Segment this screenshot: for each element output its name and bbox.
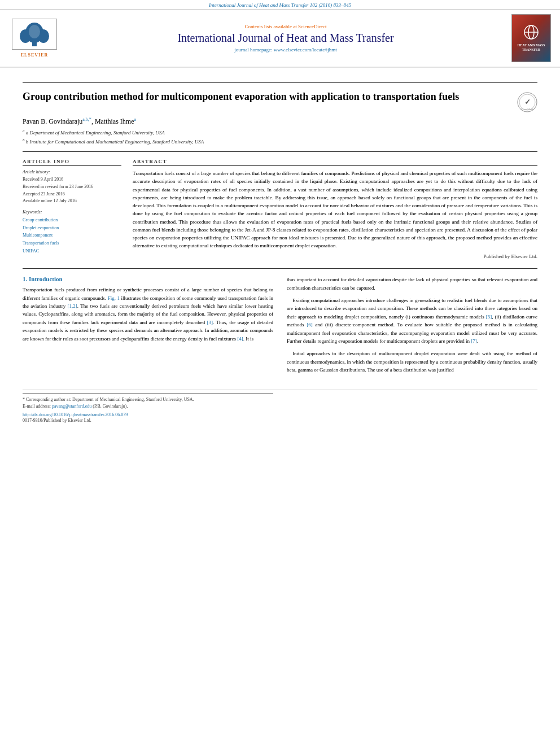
affiliation-b: b b Institute for Computational and Math…	[23, 137, 537, 146]
keyword-3: Multicomponent	[23, 231, 121, 239]
contents-prefix: Contents lists available at	[245, 24, 298, 29]
right-para2: Existing computational approaches introd…	[287, 296, 537, 345]
ref-7: [7]	[471, 338, 477, 344]
article-info-col: ARTICLE INFO Article history: Received 9…	[23, 159, 121, 259]
history-revised: Received in revised form 23 June 2016	[23, 184, 121, 191]
footnotes-col: * Corresponding author at: Department of…	[23, 394, 273, 424]
homepage-prefix: journal homepage:	[234, 47, 273, 53]
abstract-header: ABSTRACT	[133, 159, 537, 166]
affiliations: a a Department of Mechanical Engineering…	[23, 128, 537, 146]
history-online: Available online 12 July 2016	[23, 198, 121, 205]
keyword-5: UNIFAC	[23, 247, 121, 255]
svg-text:CrossMark: CrossMark	[521, 108, 534, 111]
page-footer: * Corresponding author at: Department of…	[23, 390, 537, 424]
author2-name: , Matthias Ihme	[91, 117, 134, 125]
keywords-label: Keywords:	[23, 209, 121, 215]
journal-header: ELSEVIER Contents lists available at Sci…	[0, 10, 560, 68]
elsevier-tree-icon	[15, 20, 54, 49]
doi-line: http://dx.doi.org/10.1016/j.ijheatmasstr…	[23, 412, 273, 417]
email-address: pavang@stanford.edu	[52, 404, 91, 409]
affiliation-a: a a Department of Mechanical Engineering…	[23, 128, 537, 137]
doi-url: http://dx.doi.org/10.1016/j.ijheatmasstr…	[23, 412, 128, 417]
journal-cover: HEAT AND MASS TRANSFER	[511, 14, 551, 62]
published-by: Published by Elsevier Ltd.	[133, 254, 537, 259]
ref-3: [3]	[207, 320, 213, 325]
abstract-text: Transportation fuels consist of a large …	[133, 169, 537, 250]
top-citation-bar: International Journal of Heat and Mass T…	[0, 0, 560, 10]
body-right-col: thus important to account for detailed v…	[287, 276, 537, 378]
intro-section-title: 1. Introduction	[23, 276, 273, 282]
article-title-section: Group contribution method for multicompo…	[23, 90, 537, 112]
ref-6: [6]	[307, 322, 313, 327]
fig1-ref: Fig. 1	[108, 295, 120, 301]
history-received: Received 9 April 2016	[23, 176, 121, 184]
elsevier-logo-box	[12, 19, 57, 50]
author1-name: Pavan B. Govindaraju	[23, 117, 82, 125]
cover-text: HEAT AND MASS TRANSFER	[514, 43, 548, 53]
footnote-divider	[23, 394, 273, 394]
email-label: E-mail address:	[23, 404, 52, 409]
author1-sup: a,b,*	[82, 117, 91, 122]
intro-right-text: thus important to account for detailed v…	[287, 276, 537, 374]
crossmark-badge: ✓ CrossMark	[517, 92, 537, 112]
intro-para1: Transportation fuels produced from refin…	[23, 286, 273, 343]
main-content: Group contribution method for multicompo…	[0, 68, 560, 433]
journal-citation: International Journal of Heat and Mass T…	[209, 2, 351, 8]
crossmark-icon: ✓ CrossMark	[517, 92, 537, 112]
journal-header-middle: Contents lists available at ScienceDirec…	[65, 24, 506, 53]
ref-4: [4]	[237, 336, 243, 342]
info-abstract-columns: ARTICLE INFO Article history: Received 9…	[23, 159, 537, 259]
issn-text: 0017-9310/Published by Elsevier Ltd.	[23, 418, 91, 423]
ref-5: [5]	[486, 314, 492, 320]
footer-right-spacer	[287, 394, 537, 424]
body-left-col: 1. Introduction Transportation fuels pro…	[23, 276, 273, 378]
homepage-url: www.elsevier.com/locate/ijhmt	[274, 47, 337, 53]
email-suffix: (P.B. Govindaraju).	[91, 404, 128, 409]
authors-line: Pavan B. Govindarajua,b,*, Matthias Ihme…	[23, 117, 537, 126]
elsevier-logo: ELSEVIER	[9, 19, 60, 58]
section-title-text: Introduction	[29, 276, 63, 282]
intro-text-1: Transportation fuels produced from refin…	[23, 286, 273, 343]
corresponding-footnote: * Corresponding author at: Department of…	[23, 396, 273, 403]
corresponding-text: * Corresponding author at: Department of…	[23, 397, 194, 402]
keyword-2: Droplet evaporation	[23, 224, 121, 232]
keywords-group: Keywords: Group-contribution Droplet eva…	[23, 209, 121, 255]
right-para1: thus important to account for detailed v…	[287, 276, 537, 292]
svg-text:✓: ✓	[524, 98, 531, 106]
sciencedirect-name: ScienceDirect	[298, 24, 326, 29]
ref-12: [1,2]	[68, 303, 77, 309]
journal-cover-title: HEAT AND MASS TRANSFER	[514, 24, 548, 53]
article-title: Group contribution method for multicompo…	[23, 90, 511, 103]
article-history-group: Article history: Received 9 April 2016 R…	[23, 169, 121, 205]
keyword-1: Group-contribution	[23, 216, 121, 224]
abstract-col: ABSTRACT Transportation fuels consist of…	[133, 159, 537, 259]
svg-point-5	[29, 25, 40, 38]
right-para3: Initial approaches to the description of…	[287, 350, 537, 374]
history-accepted: Accepted 23 June 2016	[23, 191, 121, 198]
elsevier-wordmark: ELSEVIER	[21, 53, 48, 58]
title-divider	[23, 151, 537, 152]
journal-title: International Journal of Heat and Mass T…	[65, 32, 506, 45]
history-label: Article history:	[23, 169, 121, 174]
body-section: 1. Introduction Transportation fuels pro…	[23, 268, 537, 424]
email-footnote: E-mail address: pavang@stanford.edu (P.B…	[23, 403, 273, 410]
footer-columns: * Corresponding author at: Department of…	[23, 394, 537, 424]
sciencedirect-link: Contents lists available at ScienceDirec…	[65, 24, 506, 29]
keyword-4: Transportation fuels	[23, 239, 121, 247]
author2-sup: a	[134, 117, 137, 122]
article-info-header: ARTICLE INFO	[23, 159, 121, 166]
body-columns: 1. Introduction Transportation fuels pro…	[23, 276, 537, 378]
header-divider	[23, 82, 537, 83]
cover-icon	[523, 24, 539, 40]
issn-line: 0017-9310/Published by Elsevier Ltd.	[23, 417, 273, 424]
section-number: 1.	[23, 276, 27, 282]
journal-homepage: journal homepage: www.elsevier.com/locat…	[65, 47, 506, 53]
